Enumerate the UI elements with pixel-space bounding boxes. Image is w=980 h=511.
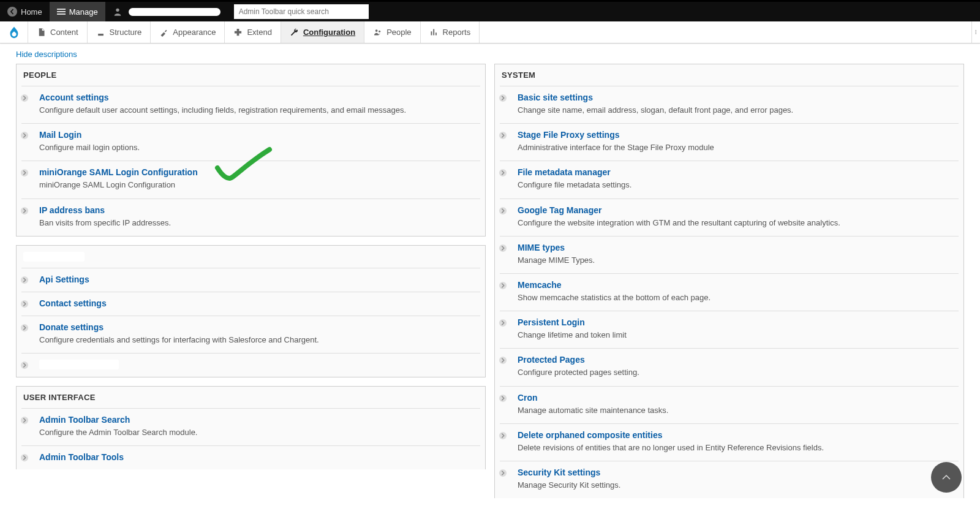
arrow-icon <box>499 131 507 140</box>
svg-point-10 <box>21 361 28 369</box>
panel-header: USER INTERFACE <box>17 387 485 408</box>
panel-header: PEOPLE <box>17 64 485 86</box>
tab-configuration[interactable]: Configuration <box>281 21 364 43</box>
config-item-redacted[interactable] <box>21 353 480 377</box>
drupal-icon[interactable] <box>0 21 28 43</box>
svg-point-20 <box>499 357 507 364</box>
config-item[interactable]: Account settings Configure default user … <box>21 86 480 123</box>
config-item[interactable]: Security Kit settings Manage Security Ki… <box>500 461 959 498</box>
hide-descriptions-link[interactable]: Hide descriptions <box>16 50 77 59</box>
tab-reports[interactable]: Reports <box>421 21 480 43</box>
user-menu[interactable] <box>105 2 223 21</box>
svg-point-5 <box>21 169 28 176</box>
people-icon <box>373 28 382 37</box>
arrow-icon <box>20 94 29 102</box>
arrow-icon <box>20 453 29 462</box>
arrow-icon <box>499 244 507 252</box>
tab-people[interactable]: People <box>364 21 420 43</box>
config-item[interactable]: Api Settings <box>21 268 480 292</box>
config-item[interactable]: Memcache Show memcache statistics at the… <box>500 273 959 311</box>
config-item[interactable]: MIME types Manage MIME Types. <box>500 236 959 273</box>
svg-point-11 <box>21 417 28 424</box>
svg-point-18 <box>499 282 507 289</box>
panel-people: PEOPLE Account settings Configure defaul… <box>16 64 486 237</box>
user-icon <box>113 7 123 17</box>
svg-point-6 <box>21 206 28 214</box>
svg-point-22 <box>499 432 507 439</box>
arrow-icon <box>499 281 507 290</box>
tab-extend[interactable]: Extend <box>225 21 281 43</box>
svg-point-8 <box>21 300 28 308</box>
config-item[interactable]: Protected Pages Configure protected page… <box>500 348 959 385</box>
manage-label: Manage <box>69 7 98 17</box>
config-item[interactable]: Donate settings Configure credentials an… <box>21 316 480 353</box>
admin-menu-bar: Content Structure Appearance Extend Conf… <box>0 21 980 44</box>
file-icon <box>37 28 46 37</box>
manage-button[interactable]: Manage <box>50 2 105 21</box>
svg-point-9 <box>21 324 28 331</box>
config-item[interactable]: IP address bans Ban visits from specific… <box>21 199 480 236</box>
config-item[interactable]: Google Tag Manager Configure the website… <box>500 199 959 236</box>
arrow-icon <box>499 356 507 365</box>
redacted-title <box>39 360 119 369</box>
config-item[interactable]: Persistent Login Change lifetime and tok… <box>500 311 959 348</box>
config-item[interactable]: File metadata manager Configure file met… <box>500 161 959 198</box>
arrow-icon <box>20 206 29 215</box>
arrow-icon <box>20 300 29 308</box>
back-icon <box>7 7 17 17</box>
arrow-icon <box>499 94 507 102</box>
arrow-icon <box>20 131 29 140</box>
arrow-icon <box>499 394 507 403</box>
panel-user-interface: USER INTERFACE Admin Toolbar Search Conf… <box>16 386 486 469</box>
config-item[interactable]: Cron Manage automatic site maintenance t… <box>500 386 959 423</box>
search-input[interactable] <box>234 4 369 19</box>
svg-point-2 <box>379 31 380 32</box>
chevron-up-icon <box>941 472 952 483</box>
arrow-icon <box>20 361 29 369</box>
wrench-icon <box>290 28 299 37</box>
svg-point-14 <box>499 132 507 139</box>
svg-point-12 <box>21 454 28 461</box>
svg-point-21 <box>499 394 507 401</box>
svg-point-16 <box>499 206 507 214</box>
panel-header: SYSTEM <box>495 64 963 86</box>
config-item[interactable]: miniOrange SAML Login Configuration mini… <box>21 161 480 198</box>
home-button[interactable]: Home <box>0 2 50 21</box>
appearance-icon <box>159 28 168 37</box>
admin-menu-edge: ፧ <box>971 21 980 43</box>
admin-toolbar: Home Manage <box>0 2 980 21</box>
arrow-icon <box>499 469 507 477</box>
panel-custom: Api Settings Contact settings Donate set… <box>16 245 486 377</box>
arrow-icon <box>20 276 29 284</box>
tab-content[interactable]: Content <box>28 21 88 43</box>
config-item[interactable]: Mail Login Configure mail login options. <box>21 123 480 161</box>
svg-point-0 <box>116 9 119 12</box>
arrow-icon <box>20 168 29 177</box>
svg-point-17 <box>499 244 507 252</box>
svg-point-3 <box>21 94 28 102</box>
panel-system: SYSTEM Basic site settings Change site n… <box>494 64 964 498</box>
user-name-redacted <box>129 8 221 16</box>
config-item[interactable]: Basic site settings Change site name, em… <box>500 86 959 123</box>
arrow-icon <box>499 431 507 440</box>
svg-point-13 <box>499 94 507 102</box>
tab-structure[interactable]: Structure <box>88 21 151 43</box>
tab-appearance[interactable]: Appearance <box>151 21 225 43</box>
svg-point-19 <box>499 319 507 327</box>
hamburger-icon <box>57 9 66 15</box>
arrow-icon <box>499 168 507 177</box>
arrow-icon <box>499 206 507 215</box>
config-item[interactable]: Contact settings <box>21 292 480 316</box>
config-item[interactable]: Stage File Proxy settings Administrative… <box>500 123 959 161</box>
config-item[interactable]: Admin Toolbar Tools <box>21 445 480 469</box>
svg-point-1 <box>375 29 378 32</box>
svg-point-15 <box>499 169 507 176</box>
svg-point-4 <box>21 132 28 139</box>
scroll-to-top-button[interactable] <box>931 462 962 493</box>
config-item[interactable]: Delete orphaned composite entities Delet… <box>500 423 959 461</box>
svg-point-7 <box>21 276 28 284</box>
arrow-icon <box>20 324 29 332</box>
arrow-icon <box>20 416 29 425</box>
config-item[interactable]: Admin Toolbar Search Configure the Admin… <box>21 408 480 445</box>
reports-icon <box>429 28 439 37</box>
